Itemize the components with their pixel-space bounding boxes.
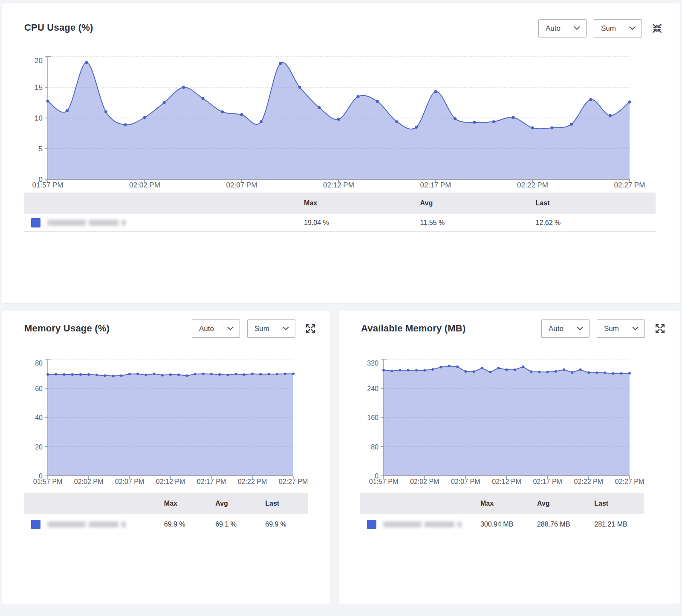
chart-controls: Auto Sum <box>192 320 316 338</box>
series-color-swatch <box>31 218 40 227</box>
series-max-value: 19.04 % <box>304 214 420 232</box>
svg-text:02:02 PM: 02:02 PM <box>410 478 439 485</box>
expand-icon <box>655 323 665 334</box>
svg-text:02:22 PM: 02:22 PM <box>238 478 267 485</box>
series-name-redacted <box>47 521 126 527</box>
svg-text:02:22 PM: 02:22 PM <box>517 181 548 189</box>
svg-text:02:07 PM: 02:07 PM <box>226 181 257 189</box>
svg-text:02:02 PM: 02:02 PM <box>129 181 160 189</box>
chart-controls: Auto Sum <box>538 19 663 37</box>
memory-legend-table: Max Avg Last 69.9 % 69.1 % 69.9 % <box>24 493 308 535</box>
svg-text:01:57 PM: 01:57 PM <box>32 181 64 189</box>
collapse-chart-button[interactable] <box>651 23 663 35</box>
series-name-redacted <box>383 521 462 527</box>
chevron-down-icon <box>574 26 580 30</box>
legend-series-row[interactable] <box>24 214 304 232</box>
memory-usage-chart-canvas[interactable]: 02040608001:57 PM02:02 PM02:07 PM02:12 P… <box>2 348 330 491</box>
svg-text:5: 5 <box>39 145 43 153</box>
chart-title: Available Memory (MB) <box>361 323 465 334</box>
legend-header-max: Max <box>164 493 215 514</box>
legend-series-row[interactable] <box>360 514 480 535</box>
svg-text:20: 20 <box>35 443 43 451</box>
chart-title: CPU Usage (%) <box>24 22 93 33</box>
svg-text:240: 240 <box>367 385 379 392</box>
svg-text:60: 60 <box>35 385 43 392</box>
svg-text:02:07 PM: 02:07 PM <box>115 478 144 485</box>
series-name-redacted <box>47 220 126 226</box>
svg-text:02:17 PM: 02:17 PM <box>533 478 562 485</box>
range-select[interactable]: Auto <box>192 320 240 338</box>
legend-header-last: Last <box>265 493 308 514</box>
svg-text:80: 80 <box>371 443 379 451</box>
available-memory-legend-table: Max Avg Last 300.94 MB 288.76 MB 281.21 … <box>360 493 644 535</box>
svg-text:01:57 PM: 01:57 PM <box>369 478 398 485</box>
series-avg-value: 11.55 % <box>420 214 536 232</box>
chart-card-cpu-usage: CPU Usage (%) Auto Sum 0510152001:57 PM0… <box>2 3 680 303</box>
cpu-legend-table: Max Avg Last 19.04 % 11.55 % 12.62 % <box>24 193 656 232</box>
svg-text:02:07 PM: 02:07 PM <box>451 478 480 485</box>
series-avg-value: 69.1 % <box>215 514 265 535</box>
series-last-value: 12.62 % <box>536 214 656 232</box>
aggregation-select-value: Sum <box>604 325 619 333</box>
svg-text:02:27 PM: 02:27 PM <box>615 478 644 485</box>
legend-series-row[interactable] <box>24 514 164 535</box>
chevron-down-icon <box>227 327 234 331</box>
svg-text:10: 10 <box>35 114 43 122</box>
svg-text:02:17 PM: 02:17 PM <box>420 181 451 189</box>
legend-header-name <box>24 493 164 514</box>
svg-text:20: 20 <box>35 57 43 65</box>
legend-header-max: Max <box>304 193 420 214</box>
range-select-value: Auto <box>199 325 214 333</box>
legend-header-max: Max <box>480 493 537 514</box>
chevron-down-icon <box>629 26 636 30</box>
series-last-value: 281.21 MB <box>594 514 644 535</box>
series-color-swatch <box>31 520 40 529</box>
svg-text:40: 40 <box>35 414 43 421</box>
range-select[interactable]: Auto <box>538 19 587 37</box>
series-max-value: 69.9 % <box>164 514 215 535</box>
legend-header-avg: Avg <box>537 493 594 514</box>
svg-text:02:12 PM: 02:12 PM <box>492 478 521 485</box>
aggregation-select[interactable]: Sum <box>594 19 642 37</box>
chevron-down-icon <box>632 327 639 331</box>
legend-header-last: Last <box>536 193 656 214</box>
aggregation-select[interactable]: Sum <box>597 320 645 338</box>
svg-text:01:57 PM: 01:57 PM <box>33 478 62 485</box>
series-last-value: 69.9 % <box>265 514 308 535</box>
svg-text:02:12 PM: 02:12 PM <box>156 478 185 485</box>
chart-card-available-memory: Available Memory (MB) Auto Sum 080160240… <box>339 311 680 604</box>
series-color-swatch <box>367 520 376 529</box>
svg-text:02:27 PM: 02:27 PM <box>614 181 645 189</box>
series-avg-value: 288.76 MB <box>537 514 594 535</box>
expand-icon <box>305 323 316 334</box>
series-max-value: 300.94 MB <box>480 514 537 535</box>
collapse-icon <box>652 23 662 34</box>
chevron-down-icon <box>577 327 583 331</box>
range-select-value: Auto <box>546 24 561 33</box>
aggregation-select[interactable]: Sum <box>247 320 295 338</box>
aggregation-select-value: Sum <box>601 24 616 33</box>
svg-text:320: 320 <box>367 360 379 367</box>
svg-text:02:12 PM: 02:12 PM <box>323 181 354 189</box>
aggregation-select-value: Sum <box>254 325 269 333</box>
cpu-usage-chart-canvas[interactable]: 0510152001:57 PM02:02 PM02:07 PM02:12 PM… <box>2 49 680 196</box>
chart-card-memory-usage: Memory Usage (%) Auto Sum 02040608001:57… <box>2 311 330 604</box>
svg-text:02:27 PM: 02:27 PM <box>279 478 308 485</box>
chart-title: Memory Usage (%) <box>24 323 110 334</box>
legend-header-avg: Avg <box>215 493 265 514</box>
legend-header-name <box>360 493 480 514</box>
svg-text:160: 160 <box>367 414 379 421</box>
legend-header-name <box>24 193 304 214</box>
legend-header-last: Last <box>594 493 644 514</box>
chart-controls: Auto Sum <box>541 320 666 338</box>
expand-chart-button[interactable] <box>304 323 316 335</box>
legend-header-avg: Avg <box>420 193 536 214</box>
available-memory-chart-canvas[interactable]: 08016024032001:57 PM02:02 PM02:07 PM02:1… <box>339 348 680 491</box>
range-select-value: Auto <box>549 325 564 333</box>
expand-chart-button[interactable] <box>654 323 666 335</box>
range-select[interactable]: Auto <box>541 320 590 338</box>
svg-text:02:02 PM: 02:02 PM <box>74 478 103 485</box>
svg-text:80: 80 <box>35 360 43 367</box>
svg-text:15: 15 <box>35 83 43 92</box>
svg-text:02:17 PM: 02:17 PM <box>197 478 226 485</box>
